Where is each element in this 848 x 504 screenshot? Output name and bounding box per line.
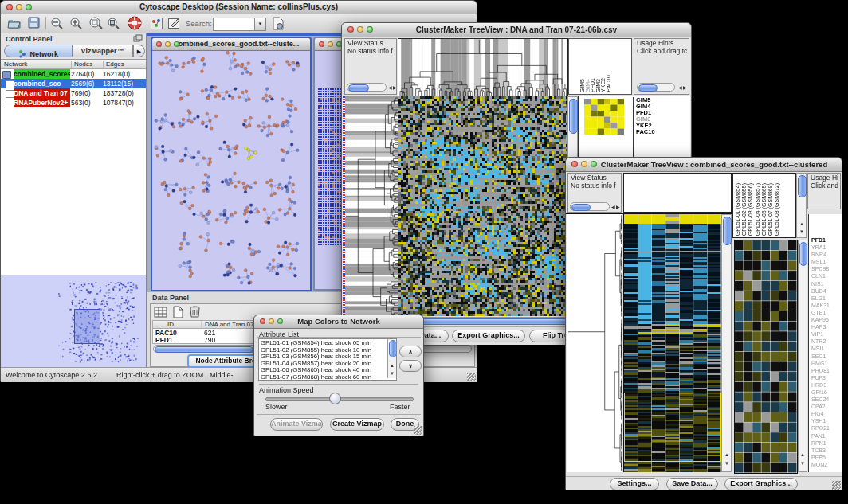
column-label[interactable]: GPL51-07 (GSM868) [768, 183, 774, 236]
zoom-window-icon[interactable] [277, 318, 283, 324]
network-overview-thumbnail[interactable] [6, 279, 140, 365]
gene-label[interactable]: RNR4 [811, 251, 842, 258]
scroll-up-icon[interactable]: ▲ [390, 363, 395, 368]
search-input[interactable] [213, 18, 259, 31]
column-label[interactable]: GPL51-04 (GSM857) [756, 183, 761, 236]
attribute-table-icon[interactable] [154, 307, 168, 318]
gene-label[interactable]: NIS1 [811, 280, 842, 287]
gene-label[interactable]: CPA2 [811, 403, 842, 410]
annotation-icon[interactable] [168, 18, 181, 29]
gene-label[interactable]: CLN1 [811, 272, 842, 279]
move-up-button[interactable]: ∧ [399, 346, 422, 357]
gene-label[interactable]: PAC10 [636, 129, 692, 135]
gene-label[interactable]: HRD3 [811, 381, 842, 389]
zoom-window-icon[interactable] [26, 4, 32, 10]
gene-label[interactable]: ELG1 [811, 295, 842, 302]
minimize-icon[interactable] [269, 318, 274, 324]
gene-label[interactable]: MAK31 [811, 302, 842, 309]
gene-label[interactable]: RPO21 [811, 424, 842, 432]
gene-label[interactable]: YSH1 [811, 417, 842, 424]
scroll-down-icon[interactable]: ▼ [390, 371, 395, 376]
gene-label[interactable]: NTR2 [811, 338, 842, 345]
tv2-labels-vscrollbar[interactable]: ▲ ▼ [796, 173, 807, 238]
gene-label[interactable]: FIG4 [811, 410, 842, 417]
tv2-settings-button[interactable]: Settings... [610, 478, 659, 490]
open-session-icon[interactable] [7, 17, 22, 29]
move-down-button[interactable]: ∨ [399, 360, 422, 372]
gene-label[interactable]: SEC24 [811, 396, 842, 403]
window-controls[interactable] [6, 4, 32, 10]
column-label[interactable]: GPL51-06 (GSM865) [762, 183, 768, 236]
id-column-header[interactable]: ID [167, 321, 174, 328]
column-label[interactable]: GPL51-02 (GSM855) [742, 183, 748, 236]
gene-label[interactable]: RPN1 [811, 440, 842, 447]
zoom-out-icon[interactable] [50, 17, 64, 30]
tv2-status-scrollbar[interactable] [570, 202, 610, 211]
tab-vizmapper[interactable]: VizMapper™ [73, 45, 133, 57]
gene-label[interactable]: PEP5 [811, 454, 842, 461]
gene-label[interactable]: GIM3 [636, 116, 692, 123]
treeview1-titlebar[interactable]: ClusterMaker TreeView : DNA and Tran 07-… [342, 23, 691, 37]
gene-label[interactable]: HMG1 [811, 360, 842, 367]
tv2-zoom-heatmap[interactable] [734, 240, 798, 474]
search-dropdown-button[interactable]: ▼ [254, 18, 266, 31]
tv1-hints-scrollbar[interactable] [637, 83, 675, 92]
help-icon[interactable] [128, 16, 142, 30]
tv2-row-dendrogram[interactable] [567, 214, 622, 472]
zoom-selected-icon[interactable] [88, 17, 104, 30]
scroll-up-icon[interactable]: ▲ [799, 221, 804, 226]
new-attribute-icon[interactable] [172, 306, 184, 318]
gene-label[interactable]: PAN1 [811, 432, 842, 440]
overview-selection-rect[interactable] [74, 309, 100, 344]
tv2-selection-rect[interactable] [624, 393, 721, 462]
close-icon[interactable] [347, 26, 354, 33]
column-label[interactable]: PAC10 [607, 75, 612, 92]
resize-grip[interactable] [832, 481, 841, 490]
network-table-row[interactable]: combined_scores2764(0)16218(0) [1, 69, 146, 79]
scroll-down-icon[interactable]: ▼ [800, 461, 805, 466]
gene-label[interactable]: GTB1 [811, 309, 842, 316]
resize-grip[interactable] [467, 373, 476, 381]
gene-label[interactable]: GIM4 [636, 104, 692, 110]
tv1-heatmap[interactable] [398, 96, 567, 316]
gene-label[interactable]: YRA1 [811, 244, 842, 251]
gene-label[interactable]: YKE2 [636, 123, 692, 129]
zoom-in-icon[interactable] [69, 17, 83, 30]
scroll-down-icon[interactable]: ▼ [799, 229, 804, 234]
gene-label[interactable]: MSI1 [811, 345, 842, 352]
scroll-left-icon[interactable]: ◀ [611, 205, 615, 209]
table-cell[interactable]: PFD1 [155, 336, 173, 344]
scroll-right-icon[interactable]: ▶ [616, 205, 620, 209]
gene-label[interactable]: HAP3 [811, 323, 842, 330]
scroll-left-icon[interactable]: ◀ [678, 85, 682, 90]
minimize-icon[interactable] [165, 41, 171, 47]
zoom-fit-icon[interactable] [107, 17, 120, 30]
create-vizmap-button[interactable]: Create Vizmap [330, 418, 384, 431]
delete-attribute-icon[interactable] [189, 306, 201, 318]
tv1-status-scrollbar[interactable] [347, 83, 387, 92]
gene-label[interactable]: KAP95 [811, 316, 842, 323]
tv2-heatmap-vscrollbar[interactable]: ▲ ▼ [721, 214, 732, 472]
tab-overflow-button[interactable]: ▶ [133, 45, 145, 57]
gene-label[interactable]: SPC98 [811, 265, 842, 272]
network-view-canvas[interactable] [152, 51, 307, 287]
minimize-icon[interactable] [581, 161, 587, 167]
save-session-icon[interactable] [28, 17, 41, 29]
gene-label[interactable]: BUD4 [811, 287, 842, 295]
column-label[interactable]: GPL51-03 (GSM856) [748, 183, 754, 236]
col-network[interactable]: Network [4, 61, 27, 68]
resize-grip[interactable] [414, 426, 422, 435]
float-panel-icon[interactable] [133, 34, 143, 43]
dialog-titlebar[interactable]: Map Colors to Network [254, 315, 423, 329]
scroll-up-icon[interactable]: ▲ [724, 452, 729, 457]
animate-vizmap-button[interactable]: Animate Vizmap [270, 418, 323, 431]
close-icon[interactable] [260, 318, 265, 324]
network-table-row[interactable]: DNA and Tran 07769(0)183728(0) [1, 88, 146, 98]
gene-label[interactable]: PUF3 [811, 374, 842, 381]
gene-label[interactable]: TCB3 [811, 447, 842, 454]
column-label[interactable]: GPL51-08 (GSM872) [775, 183, 780, 236]
tab-network[interactable]: Network [4, 45, 73, 57]
tv1-export-graphics-button[interactable]: Export Graphics... [452, 330, 525, 342]
gene-label[interactable]: PHO81 [811, 367, 842, 374]
scroll-left-icon[interactable]: ◀ [388, 85, 392, 90]
